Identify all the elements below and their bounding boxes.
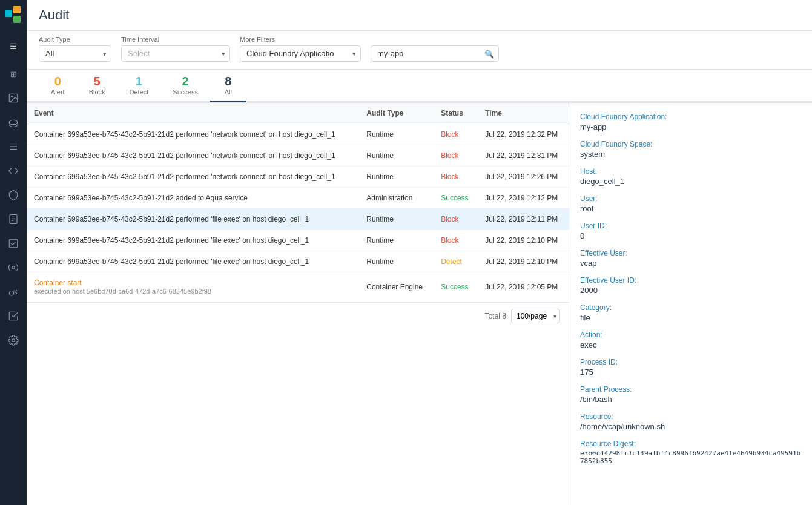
search-label	[371, 36, 499, 43]
policy-icon[interactable]	[2, 208, 24, 230]
cell-time: Jul 22, 2019 12:12 PM	[478, 188, 570, 209]
pagination-row: Total 8 100/page	[27, 302, 570, 329]
detail-field: Effective User: vcap	[580, 249, 802, 268]
tab-all[interactable]: 8All	[210, 70, 246, 102]
event-text: Container 699a53ee-b745-43c2-5b91-21d2 p…	[34, 130, 335, 139]
svg-rect-13	[9, 239, 18, 248]
table-row[interactable]: Container 699a53ee-b745-43c2-5b91-21d2 p…	[27, 124, 570, 145]
tab-count: 1	[136, 74, 142, 88]
detail-field-label: User ID:	[580, 222, 802, 230]
detail-field-value: 175	[580, 368, 802, 377]
table-row[interactable]: Container 699a53ee-b745-43c2-5b91-21d2 p…	[27, 209, 570, 230]
table-area: Event Audit Type Status Time Container 6…	[27, 103, 570, 505]
tab-label: Detect	[130, 88, 149, 96]
detail-field-label: Parent Process:	[580, 385, 802, 394]
detail-field: Cloud Foundry Application: my-app	[580, 113, 802, 131]
detail-field: Cloud Foundry Space: system	[580, 140, 802, 159]
security-icon[interactable]	[2, 184, 24, 206]
event-text: Container 699a53ee-b745-43c2-5b91-21d2 p…	[34, 257, 309, 266]
cell-event: Container 699a53ee-b745-43c2-5b91-21d2 a…	[27, 188, 359, 209]
table-row[interactable]: Container 699a53ee-b745-43c2-5b91-21d2 a…	[27, 188, 570, 209]
detail-field: Effective User ID: 2000	[580, 276, 802, 295]
detail-field-value: vcap	[580, 259, 802, 268]
app-logo[interactable]	[4, 5, 23, 24]
audit-type-select[interactable]: All	[39, 45, 111, 62]
tab-block[interactable]: 5Block	[77, 70, 117, 102]
cell-audit-type: Runtime	[359, 145, 434, 167]
event-link[interactable]: Container start	[34, 279, 82, 287]
event-sub: executed on host 5e6bd70d-ca6d-472d-a7c6…	[34, 288, 211, 295]
tab-alert[interactable]: 0Alert	[39, 70, 77, 102]
detail-field-label: Cloud Foundry Space:	[580, 140, 802, 148]
detail-field: Resource Digest: e3b0c44298fc1c149afbf4c…	[580, 440, 802, 465]
table-row[interactable]: Container 699a53ee-b745-43c2-5b91-21d2 p…	[27, 230, 570, 251]
tab-count: 5	[94, 74, 101, 88]
detail-field-label: User:	[580, 194, 802, 203]
tab-label: Block	[89, 88, 105, 96]
per-page-select[interactable]: 100/page	[511, 309, 560, 323]
hamburger-icon[interactable]: ☰	[2, 35, 24, 57]
time-interval-select[interactable]: Select	[121, 45, 230, 62]
detail-field-label: Resource:	[580, 412, 802, 421]
sidebar: ☰ ⊞	[0, 0, 27, 505]
cell-time: Jul 22, 2019 12:26 PM	[478, 167, 570, 188]
table-row[interactable]: Container startexecuted on host 5e6bd70d…	[27, 272, 570, 302]
cell-time: Jul 22, 2019 12:10 PM	[478, 251, 570, 272]
cell-time: Jul 22, 2019 12:05 PM	[478, 272, 570, 302]
event-text: Container 699a53ee-b745-43c2-5b91-21d2 p…	[34, 215, 309, 223]
tab-success[interactable]: 2Success	[160, 70, 210, 102]
detail-field: Resource: /home/vcap/unknown.sh	[580, 412, 802, 431]
images-icon[interactable]	[2, 87, 24, 109]
time-interval-label: Time Interval	[121, 36, 230, 43]
code-icon[interactable]	[2, 160, 24, 182]
svg-point-16	[12, 339, 15, 342]
col-time: Time	[478, 103, 570, 124]
more-filters-group: More Filters Cloud Foundry Applicatio	[240, 36, 361, 62]
svg-rect-1	[13, 6, 21, 13]
list-icon[interactable]	[2, 136, 24, 157]
detail-field: Host: diego_cell_1	[580, 167, 802, 186]
detail-field: Action: exec	[580, 331, 802, 349]
table-row[interactable]: Container 699a53ee-b745-43c2-5b91-21d2 p…	[27, 167, 570, 188]
detail-field-label: Resource Digest:	[580, 440, 802, 448]
status-badge: Success	[441, 194, 468, 202]
search-wrapper: 🔍	[371, 45, 499, 62]
detail-field-value: diego_cell_1	[580, 177, 802, 186]
status-badge: Success	[441, 283, 468, 291]
dashboard-icon[interactable]: ⊞	[2, 63, 24, 85]
search-filter-group: 🔍	[371, 36, 499, 62]
workloads-icon[interactable]	[2, 111, 24, 133]
svg-rect-2	[13, 16, 21, 23]
integrations-icon[interactable]	[2, 257, 24, 279]
event-text: Container 699a53ee-b745-43c2-5b91-21d2 p…	[34, 173, 335, 181]
table-row[interactable]: Container 699a53ee-b745-43c2-5b91-21d2 p…	[27, 251, 570, 272]
more-filters-select[interactable]: Cloud Foundry Applicatio	[240, 45, 361, 62]
cell-time: Jul 22, 2019 12:32 PM	[478, 124, 570, 145]
key-icon[interactable]	[2, 281, 24, 303]
system-icon[interactable]	[2, 329, 24, 351]
tab-label: Success	[173, 88, 198, 96]
detail-panel: Cloud Foundry Application: my-app Cloud …	[570, 103, 812, 505]
detail-field-label: Effective User:	[580, 249, 802, 257]
cell-status: Success	[434, 188, 478, 209]
detail-field-label: Process ID:	[580, 358, 802, 366]
table-row[interactable]: Container 699a53ee-b745-43c2-5b91-21d2 p…	[27, 145, 570, 167]
svg-point-15	[9, 291, 14, 296]
audit-type-label: Audit Type	[39, 36, 111, 43]
detail-field: Parent Process: /bin/bash	[580, 385, 802, 404]
detail-field-label: Host:	[580, 167, 802, 176]
tabs-row: 0Alert5Block1Detect2Success8All	[27, 70, 812, 102]
search-input[interactable]	[371, 45, 499, 62]
detail-field-value: 0	[580, 231, 802, 240]
detail-field-label: Effective User ID:	[580, 276, 802, 285]
event-text: Container 699a53ee-b745-43c2-5b91-21d2 p…	[34, 151, 335, 160]
tab-detect[interactable]: 1Detect	[117, 70, 161, 102]
cell-audit-type: Runtime	[359, 124, 434, 145]
detail-field: User ID: 0	[580, 222, 802, 240]
compliance-icon[interactable]	[2, 305, 24, 327]
detail-field: Category: file	[580, 303, 802, 322]
filters-row: Audit Type All Time Interval Select	[27, 31, 812, 70]
audit-type-filter: Audit Type All	[39, 36, 111, 62]
table-header-row: Event Audit Type Status Time	[27, 103, 570, 124]
reports-icon[interactable]	[2, 233, 24, 254]
